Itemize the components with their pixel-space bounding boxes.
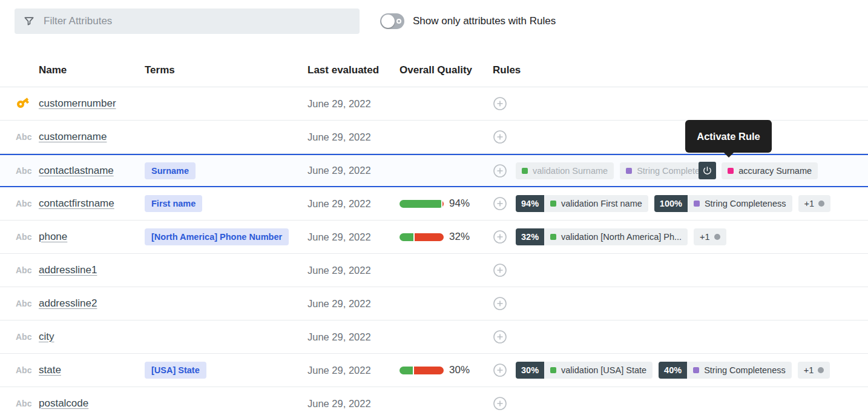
add-rule-button[interactable]: [493, 396, 507, 411]
last-evaluated-cell: June 29, 2022: [307, 365, 399, 376]
rule-chip[interactable]: String Completeness: [620, 162, 711, 179]
rules-cell: [493, 396, 868, 411]
pink-rule-dot-icon: [728, 168, 734, 174]
header-terms: Terms: [145, 64, 307, 76]
row-type-cell: Abc: [0, 365, 39, 376]
more-rules-chip[interactable]: +1: [694, 228, 726, 245]
rule-chip[interactable]: accuracy Surname: [722, 162, 818, 179]
quality-bar-red-segment: [415, 233, 444, 241]
text-type-icon: Abc: [16, 132, 31, 142]
add-rule-button[interactable]: [493, 263, 507, 277]
header-last-evaluated: Last evaluated: [307, 64, 399, 76]
quality-bar: [399, 233, 444, 241]
attribute-name-link[interactable]: contactfirstname: [39, 198, 114, 209]
terms-cell: Surname: [145, 162, 307, 179]
quality-bar: [399, 367, 444, 374]
quality-percent: 32%: [449, 231, 470, 243]
show-rules-toggle[interactable]: [380, 13, 404, 29]
rule-score-badge: 32%: [516, 228, 544, 245]
attribute-name-link[interactable]: phone: [39, 231, 67, 242]
quality-cell: 94%: [399, 198, 493, 210]
rule-chip-label: validation Surname: [533, 166, 608, 176]
table-row: Abcstate[USA] StateJune 29, 202230%30%va…: [0, 354, 868, 387]
add-rule-button[interactable]: [493, 330, 507, 344]
rule-chip-label: validation [North America] Ph...: [561, 232, 682, 242]
header-name: Name: [39, 64, 145, 76]
add-rule-button[interactable]: [493, 230, 507, 244]
rule-chip[interactable]: 30%validation [USA] State: [516, 362, 653, 379]
attribute-name-link[interactable]: customernumber: [39, 98, 116, 109]
rule-chip-body: String Completeness: [687, 362, 792, 379]
rule-chip[interactable]: validation Surname: [516, 162, 614, 179]
term-chip[interactable]: Surname: [145, 162, 196, 179]
rule-chip-body: String Completeness: [620, 162, 711, 179]
more-rules-dot-icon: [714, 234, 720, 240]
rules-cell: validation SurnameString Completenessacc…: [493, 162, 868, 179]
quality-indicator: 94%: [399, 198, 493, 210]
tooltip-text: Activate Rule: [697, 131, 760, 142]
name-cell: city: [39, 331, 145, 343]
toggle-off-ring-icon: [396, 19, 401, 24]
term-chip[interactable]: First name: [145, 195, 202, 212]
last-evaluated-date: June 29, 2022: [307, 131, 371, 142]
rules-cell: 30%validation [USA] State40%String Compl…: [493, 362, 868, 379]
attribute-name-link[interactable]: postalcode: [39, 397, 88, 409]
rule-chip-body: String Completeness: [688, 195, 792, 212]
term-chip[interactable]: [USA] State: [145, 362, 206, 379]
rules-cell: [493, 130, 868, 144]
purple-rule-dot-icon: [694, 201, 700, 207]
last-evaluated-date: June 29, 2022: [307, 265, 371, 276]
more-rules-chip[interactable]: +1: [798, 362, 830, 379]
name-cell: contactfirstname: [39, 198, 145, 210]
quality-indicator: 30%: [399, 364, 493, 376]
add-rule-button[interactable]: [493, 130, 507, 144]
rule-score-badge: 94%: [516, 195, 544, 212]
attribute-name-link[interactable]: contactlastname: [39, 165, 114, 176]
text-type-icon: Abc: [16, 399, 31, 408]
rule-chip-body: validation Surname: [516, 162, 614, 179]
rules-cell: [493, 263, 868, 277]
toggle-knob: [381, 15, 395, 28]
green-rule-dot-icon: [550, 201, 556, 207]
add-rule-button[interactable]: [493, 164, 507, 178]
rule-chip-label: String Completeness: [705, 199, 786, 208]
rule-chip[interactable]: 40%String Completeness: [659, 362, 792, 379]
rule-chip[interactable]: 32%validation [North America] Ph...: [516, 228, 688, 245]
rules-cell: [493, 330, 868, 344]
quality-bar: [399, 200, 444, 208]
more-rules-count: +1: [700, 232, 710, 242]
green-rule-dot-icon: [522, 168, 528, 174]
rule-chips: 32%validation [North America] Ph...+1: [516, 228, 726, 245]
attribute-name-link[interactable]: state: [39, 364, 61, 376]
filter-attributes-input[interactable]: [44, 15, 351, 27]
attribute-name-link[interactable]: addressline2: [39, 297, 97, 309]
quality-bar-green-segment: [399, 367, 413, 374]
terms-cell: First name: [145, 195, 307, 212]
terms-cell: [USA] State: [145, 362, 307, 379]
table-row: Abcphone[North America] Phone NumberJune…: [0, 221, 868, 254]
quality-cell: 32%: [399, 231, 493, 243]
filter-box[interactable]: [15, 8, 360, 34]
add-rule-button[interactable]: [493, 296, 507, 311]
attribute-name-link[interactable]: city: [39, 331, 54, 342]
rules-cell: 94%validation First name100%String Compl…: [493, 195, 868, 212]
attribute-name-link[interactable]: addressline1: [39, 264, 97, 276]
rule-chip[interactable]: 94%validation First name: [516, 195, 648, 212]
activate-rule-button[interactable]: [699, 162, 716, 179]
name-cell: phone: [39, 231, 145, 243]
more-rules-chip[interactable]: +1: [798, 195, 831, 212]
rule-chips: validation SurnameString Completenessacc…: [516, 162, 818, 179]
terms-cell: [North America] Phone Number: [145, 228, 307, 245]
add-rule-button[interactable]: [493, 196, 507, 211]
add-rule-button[interactable]: [493, 363, 507, 377]
last-evaluated-cell: June 29, 2022: [307, 98, 399, 110]
last-evaluated-date: June 29, 2022: [307, 198, 371, 209]
name-cell: postalcode: [39, 397, 145, 410]
last-evaluated-cell: June 29, 2022: [307, 231, 399, 243]
attribute-name-link[interactable]: customername: [39, 131, 107, 142]
rules-cell: 32%validation [North America] Ph...+1: [493, 228, 868, 245]
term-chip[interactable]: [North America] Phone Number: [145, 228, 289, 245]
add-rule-button[interactable]: [493, 96, 507, 111]
rule-chip[interactable]: 100%String Completeness: [654, 195, 792, 212]
last-evaluated-cell: June 29, 2022: [307, 331, 399, 343]
